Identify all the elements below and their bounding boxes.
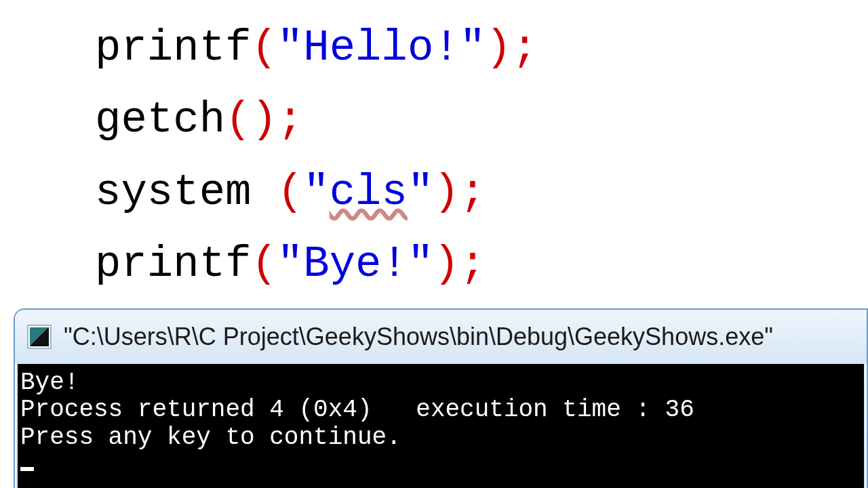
console-output-line: Press any key to continue.	[20, 424, 861, 451]
semicolon-token: ;	[512, 24, 538, 73]
string-token: "Bye!"	[277, 240, 433, 289]
console-output-line: Bye!	[20, 369, 861, 396]
console-titlebar[interactable]: "C:\Users\R\C Project\GeekyShows\bin\Deb…	[15, 310, 867, 364]
console-output-line: Process returned 4 (0x4) execution time …	[20, 396, 861, 424]
code-line-2: getch();	[95, 85, 773, 155]
paren-open: (	[225, 96, 251, 144]
console-title: "C:\Users\R\C Project\GeekyShows\bin\Deb…	[64, 323, 773, 351]
func-token: printf	[95, 24, 251, 73]
paren-open: (	[251, 24, 277, 73]
paren-close: )	[486, 24, 511, 73]
quote-token: "	[408, 168, 433, 217]
console-cursor	[20, 467, 34, 471]
console-icon	[27, 325, 52, 349]
code-line-1: printf("Hello!");	[95, 14, 773, 83]
paren-close: )	[433, 168, 459, 217]
console-body[interactable]: Bye! Process returned 4 (0x4) execution …	[18, 364, 864, 488]
code-line-3: system ("cls");	[95, 158, 773, 227]
console-window[interactable]: "C:\Users\R\C Project\GeekyShows\bin\Deb…	[14, 308, 868, 488]
semicolon-token: ;	[460, 240, 486, 289]
code-editor[interactable]: printf("Hello!"); getch(); system ("cls"…	[0, 0, 868, 316]
semicolon-token: ;	[277, 96, 303, 144]
func-token: printf	[95, 240, 251, 289]
string-token: "Hello!"	[277, 24, 486, 73]
func-token: system	[95, 168, 277, 217]
string-squiggly-token: cls	[330, 168, 408, 217]
quote-token: "	[303, 168, 329, 217]
code-line-4: printf("Bye!");	[95, 230, 773, 299]
semicolon-token: ;	[460, 168, 486, 217]
paren-open: (	[277, 168, 303, 217]
paren-close: )	[433, 240, 459, 289]
func-token: getch	[95, 96, 225, 144]
paren-open: (	[251, 240, 277, 289]
paren-close: )	[251, 96, 277, 144]
